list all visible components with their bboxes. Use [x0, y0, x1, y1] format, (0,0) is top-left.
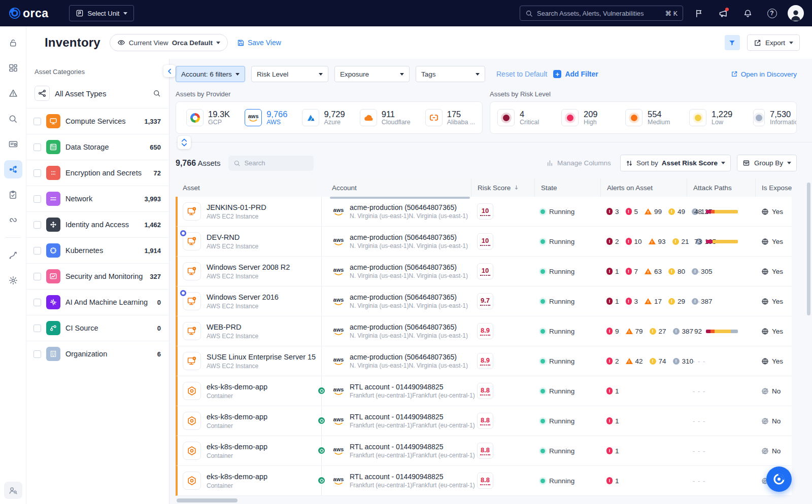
risk-score-badge[interactable]: 8.8 [477, 413, 493, 429]
orca-assistant-button[interactable] [766, 466, 792, 492]
collapse-panel-button[interactable] [163, 65, 176, 77]
low-alerts-badge[interactable]: 27 [650, 328, 666, 335]
asset-name[interactable]: DEV-RND [207, 233, 258, 242]
sidebar-item-catalog[interactable] [4, 135, 22, 153]
category-list-item[interactable]: Encryption and Secrets 72 [26, 160, 169, 186]
table-row[interactable]: Windows Server 2008 R2 AWS EC2 Instance [176, 257, 792, 286]
account-name[interactable]: RTL account - 014490948825 [350, 413, 475, 421]
medium-alerts-badge[interactable]: 93 [649, 238, 666, 245]
low-alerts-badge[interactable]: 49 [668, 208, 685, 215]
asset-name[interactable]: eks-k8s-demo-app [207, 472, 267, 481]
sidebar-item-dashboard[interactable] [4, 59, 22, 77]
sidebar-item-settings[interactable] [4, 271, 22, 290]
category-list-item[interactable]: CI Source 0 [26, 315, 169, 341]
category-list-item[interactable]: Security and Monitoring 327 [26, 263, 169, 289]
category-list-item[interactable]: Network 3,993 [26, 186, 169, 211]
account-filter-dropdown[interactable]: Account: 6 filters [176, 66, 245, 82]
help-button[interactable] [763, 5, 781, 22]
asset-name[interactable]: JENKINS-01-PRD [207, 203, 266, 212]
high-alerts-badge[interactable]: 1 [606, 417, 619, 425]
risk-level-item[interactable]: 554Medium [625, 109, 676, 126]
asset-name[interactable]: eks-k8s-demo-app [207, 382, 267, 391]
exposure-filter-dropdown[interactable]: Exposure [334, 66, 410, 82]
export-button[interactable]: Export [747, 34, 800, 51]
category-list-item[interactable]: Data Storage 650 [26, 134, 169, 160]
critical-alerts-badge[interactable]: 3 [606, 208, 619, 215]
high-alerts-badge[interactable]: 10 [626, 238, 642, 245]
low-alerts-badge[interactable]: 74 [650, 357, 666, 365]
sidebar-item-compliance[interactable] [4, 186, 22, 204]
asset-name[interactable]: Windows Server 2016 [207, 293, 279, 302]
critical-alerts-badge[interactable]: 1 [606, 298, 619, 305]
risk-score-badge[interactable]: 8.8 [477, 383, 493, 399]
risk-level-filter-dropdown[interactable]: Risk Level [251, 66, 328, 82]
vertical-scrollbar[interactable] [807, 183, 810, 315]
risk-score-badge[interactable]: 9.7 [477, 293, 493, 309]
risk-score-badge[interactable]: 8.8 [477, 473, 493, 489]
category-list-item[interactable]: Kubernetes 1,914 [26, 237, 169, 263]
save-view-button[interactable]: Save View [237, 39, 281, 47]
sort-by-dropdown[interactable]: Sort by Asset Risk Score [620, 155, 731, 171]
table-row[interactable]: JENKINS-01-PRD AWS EC2 Instance [176, 197, 792, 227]
attack-paths-value[interactable]: 48 [693, 208, 738, 215]
account-name[interactable]: acme-production (506464807365) [350, 353, 468, 361]
table-row[interactable]: Windows Server 2016 AWS EC2 Instance [176, 286, 792, 316]
attack-paths-value[interactable]: 73 [693, 238, 738, 245]
sidebar-item-shift-left[interactable] [4, 211, 22, 229]
collapse-summary-button[interactable] [178, 136, 191, 149]
provider-item-cloudflare[interactable]: 911Cloudflare [357, 107, 414, 128]
risk-score-badge[interactable]: 8.9 [477, 323, 493, 339]
account-name[interactable]: acme-production (506464807365) [350, 203, 468, 211]
category-list-item[interactable]: Organization 6 [26, 341, 169, 367]
category-list-item[interactable]: AI And Machine Learning 0 [26, 289, 169, 315]
high-alerts-badge[interactable]: 5 [626, 208, 638, 215]
medium-alerts-badge[interactable]: 17 [645, 298, 662, 305]
table-row[interactable]: SUSE Linux Enterprise Server 15 AWS EC2 … [176, 346, 792, 376]
global-search-input[interactable]: Search Assets, Alerts, Vulnerabilities ⌘… [520, 6, 683, 21]
category-checkbox[interactable] [33, 221, 41, 229]
user-avatar[interactable] [788, 5, 804, 21]
category-checkbox[interactable] [33, 299, 41, 306]
pin-sidebar-button[interactable] [4, 33, 22, 52]
category-checkbox[interactable] [33, 325, 41, 332]
critical-alerts-badge[interactable]: 1 [606, 268, 619, 275]
column-header-is-exposed[interactable]: Is Exposed [755, 178, 792, 197]
column-header-risk-score[interactable]: Risk Score [471, 178, 534, 197]
horizontal-scrollbar[interactable] [330, 197, 470, 199]
risk-score-badge[interactable]: 8.9 [477, 353, 493, 369]
category-checkbox[interactable] [33, 143, 41, 151]
column-header-alerts[interactable]: Alerts on Asset [600, 178, 687, 197]
notifications-button[interactable] [739, 5, 756, 22]
reset-to-default-link[interactable]: Reset to Default [496, 70, 547, 78]
account-name[interactable]: acme-production (506464807365) [350, 323, 468, 331]
sidebar-item-discovery[interactable] [4, 110, 22, 128]
medium-alerts-badge[interactable]: 63 [645, 268, 662, 275]
search-icon[interactable] [153, 89, 161, 97]
account-name[interactable]: acme-production (506464807365) [350, 293, 468, 301]
current-view-dropdown[interactable]: Current View Orca Default [110, 34, 228, 51]
table-search-input[interactable]: Search [228, 156, 314, 171]
category-checkbox[interactable] [33, 273, 41, 280]
risk-score-badge[interactable]: 10 [477, 203, 493, 220]
medium-alerts-badge[interactable]: 79 [626, 328, 643, 335]
column-header-asset[interactable]: Asset [176, 178, 322, 197]
category-list-item[interactable]: Identity and Access 1,462 [26, 211, 169, 237]
account-name[interactable]: RTL account - 014490948825 [350, 473, 475, 481]
asset-name[interactable]: WEB-PRD [207, 322, 258, 332]
risk-level-item[interactable]: 1,229Low [689, 109, 740, 126]
high-alerts-badge[interactable]: 3 [626, 298, 638, 305]
select-unit-dropdown[interactable]: Select Unit [69, 5, 134, 21]
horizontal-scrollbar-bottom[interactable] [177, 498, 238, 502]
sidebar-item-inventory[interactable] [4, 160, 22, 178]
risk-level-item[interactable]: 209High [561, 109, 612, 126]
all-asset-types-item[interactable]: All Asset Types [26, 82, 169, 108]
risk-score-badge[interactable]: 10 [477, 263, 493, 279]
support-access-button[interactable] [4, 482, 22, 499]
high-alerts-badge[interactable]: 1 [606, 447, 619, 455]
table-row[interactable]: WEB-PRD AWS EC2 Instance [176, 316, 792, 346]
feedback-flag-button[interactable] [690, 5, 707, 22]
provider-item-alibaba[interactable]: 175Alibaba ... [422, 107, 479, 128]
column-header-state[interactable]: State [534, 178, 600, 197]
risk-level-item[interactable]: 4Critical [497, 109, 548, 126]
low-alerts-badge[interactable]: 80 [668, 268, 685, 275]
